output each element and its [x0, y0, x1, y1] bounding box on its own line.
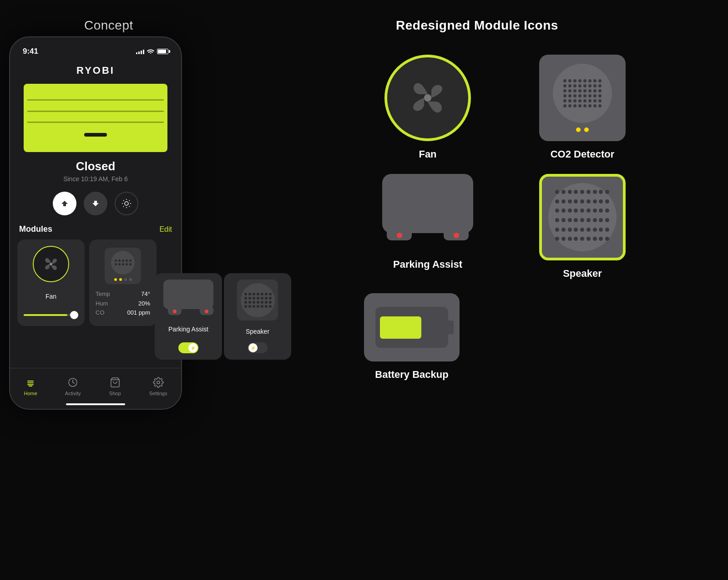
battery-status-icon	[157, 49, 168, 54]
parking-small-icon	[163, 280, 213, 316]
co-label: CO	[96, 308, 110, 318]
fan-large-icon	[384, 55, 471, 141]
door-handle	[84, 133, 107, 137]
svg-rect-10	[27, 381, 34, 382]
speaker-toggle-switch[interactable]: ⚡	[248, 342, 268, 353]
parking-toggle[interactable]: ⚡	[178, 342, 198, 353]
wifi-icon	[147, 48, 154, 55]
co-value: 001 ppm	[127, 308, 150, 318]
battery-body	[375, 307, 448, 348]
module-icons-grid: Fan CO2 Detector	[355, 46, 655, 390]
concept-title: Concept	[84, 18, 133, 33]
speaker-module-card[interactable]: Speaker ⚡	[224, 273, 291, 360]
speaker-module-name: Speaker	[246, 328, 269, 335]
speaker-cone	[548, 183, 617, 251]
svg-line-8	[129, 206, 130, 207]
parking-foot-right	[444, 230, 469, 240]
speaker-bolt-icon: ⚡	[250, 346, 256, 351]
temp-label: Temp	[96, 290, 110, 299]
svg-line-7	[123, 206, 124, 207]
parking-led-right	[454, 233, 459, 238]
door-panel-3	[27, 122, 164, 123]
fan-icon-label: Fan	[419, 148, 436, 160]
door-status: Closed Since 10:19 AM, Feb 6	[10, 159, 181, 183]
battery-icon-label: Battery Backup	[375, 369, 448, 381]
parking-icon-label: Parking Assist	[393, 259, 462, 270]
env-readings: Temp Hum CO 74° 20% 001 ppm	[96, 290, 150, 318]
nav-settings-label: Settings	[149, 391, 167, 396]
svg-point-17	[424, 94, 431, 102]
fan-slider-thumb[interactable]	[70, 311, 78, 319]
hum-label: Hum	[96, 299, 110, 309]
bolt-icon: ⚡	[190, 346, 196, 351]
speaker-icon-label: Speaker	[563, 268, 602, 280]
nav-shop-label: Shop	[109, 391, 121, 396]
svg-point-16	[157, 381, 160, 384]
env-module-card[interactable]: Temp Hum CO 74° 20% 001 ppm	[89, 239, 157, 326]
garage-door-graphic	[24, 84, 167, 152]
shop-icon	[109, 376, 121, 389]
svg-point-0	[125, 202, 128, 205]
settings-icon	[152, 376, 165, 389]
parking-module-card[interactable]: Parking Assist ⚡	[155, 273, 222, 360]
fan-icon	[33, 246, 69, 282]
door-close-button[interactable]	[84, 192, 107, 215]
modules-label: Modules	[19, 224, 52, 234]
env-values: 74° 20% 001 ppm	[127, 290, 150, 318]
svg-rect-12	[27, 384, 34, 385]
co2-icon-label: CO2 Detector	[551, 148, 615, 160]
nav-home[interactable]: Home	[24, 376, 37, 396]
speaker-small-icon	[237, 280, 278, 321]
status-bar: 9:41	[10, 37, 181, 59]
co2-icon-item: CO2 Detector	[519, 55, 646, 160]
parking-toggle-switch[interactable]: ⚡	[178, 342, 198, 353]
redesigned-title: Redesigned Module Icons	[396, 18, 558, 33]
ryobi-logo: RYOBI	[10, 59, 181, 84]
fan-slider-fill	[24, 314, 67, 316]
activity-icon	[66, 376, 79, 389]
parking-module-name: Parking Assist	[168, 326, 208, 333]
parking-foot-left	[387, 230, 412, 240]
fan-slider-track	[24, 314, 78, 316]
status-icons	[136, 48, 168, 55]
door-panel-1	[27, 99, 164, 101]
speaker-toggle[interactable]: ⚡	[248, 342, 268, 353]
door-status-text: Closed	[10, 159, 181, 173]
env-labels: Temp Hum CO	[96, 290, 110, 318]
battery-large-icon	[364, 293, 460, 361]
nav-home-label: Home	[24, 391, 37, 396]
bottom-nav: Home Activity	[10, 368, 181, 409]
modules-header: Modules Edit	[10, 215, 181, 239]
door-panel-2	[27, 111, 164, 112]
svg-line-5	[123, 200, 124, 201]
parking-body	[382, 174, 473, 233]
modules-edit-button[interactable]: Edit	[159, 225, 172, 234]
hum-value: 20%	[127, 299, 150, 309]
speaker-toggle-thumb: ⚡	[248, 343, 258, 352]
door-since-text: Since 10:19 AM, Feb 6	[10, 175, 181, 183]
fan-module-name: Fan	[46, 293, 56, 300]
door-controls	[10, 192, 181, 215]
co2-leds	[576, 127, 589, 132]
fan-speed-slider[interactable]	[24, 310, 78, 320]
parking-led-left	[397, 233, 402, 238]
nav-shop[interactable]: Shop	[109, 376, 121, 396]
co2-small-icon	[105, 248, 141, 284]
speaker-large-icon	[539, 174, 626, 260]
light-button[interactable]	[115, 192, 138, 215]
fan-module-card[interactable]: Fan	[17, 239, 85, 326]
svg-rect-11	[27, 382, 34, 383]
speaker-icon-item: Speaker	[519, 174, 646, 280]
battery-icon-item: Battery Backup	[364, 293, 460, 381]
co2-speaker-small	[111, 251, 135, 275]
home-icon	[24, 376, 37, 389]
svg-rect-13	[29, 386, 32, 387]
toggle-thumb: ⚡	[188, 343, 197, 352]
parking-large-icon	[378, 174, 478, 251]
battery-tip	[448, 321, 454, 334]
door-open-button[interactable]	[53, 192, 76, 215]
svg-line-6	[129, 200, 130, 201]
nav-activity[interactable]: Activity	[65, 376, 81, 396]
nav-settings[interactable]: Settings	[149, 376, 167, 396]
co2-speaker-circle	[553, 64, 612, 123]
